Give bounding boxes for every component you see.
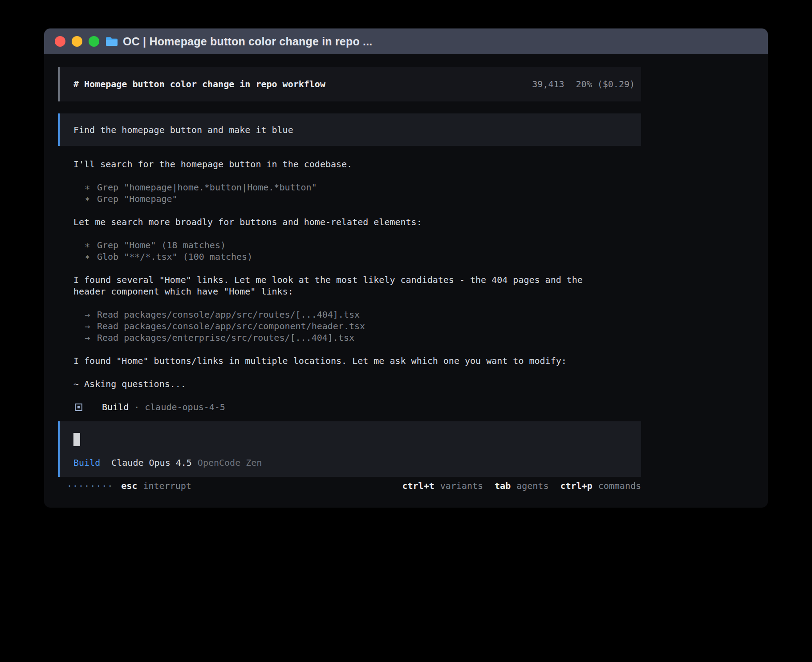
assistant-message: I found "Home" buttons/links in multiple… (73, 355, 603, 367)
esc-key-label: esc (121, 480, 137, 492)
tab-key-label: tab (495, 480, 511, 492)
session-stats: 39,413 20% ($0.29) (532, 78, 635, 90)
ctrl-t-key-label: ctrl+t (402, 480, 434, 492)
session-header: # Homepage button color change in repo w… (58, 67, 641, 101)
asterisk-tool-icon: ∗ (85, 182, 97, 193)
agent-badge: Build · claude-opus-4-5 (73, 401, 641, 413)
tool-call-text: Read packages/enterprise/src/routes/[...… (97, 332, 354, 343)
commands-label: commands (598, 480, 641, 492)
window-title: OC | Homepage button color change in rep… (123, 35, 372, 48)
tool-call-text: Grep "Home" (18 matches) (97, 239, 226, 251)
token-count: 39,413 (532, 78, 564, 90)
close-button[interactable] (55, 36, 65, 47)
prompt-meta: Build Claude Opus 4.5 OpenCode Zen (73, 457, 627, 468)
read-tool-call: → Read packages/console/app/src/routes/[… (73, 309, 641, 320)
terminal-content: # Homepage button color change in repo w… (44, 54, 768, 492)
session-title: # Homepage button color change in repo w… (73, 78, 325, 90)
interrupt-hint: esc interrupt (121, 480, 191, 492)
arrow-right-icon: → (85, 309, 97, 320)
agent-name: Build (102, 401, 129, 413)
agents-hint: tab agents (495, 480, 548, 492)
variants-hint: ctrl+t variants (402, 480, 483, 492)
read-tool-call: → Read packages/console/app/src/componen… (73, 320, 641, 332)
minimize-button[interactable] (72, 36, 82, 47)
tool-call-group: ∗ Grep "homepage|home.*button|Home.*butt… (73, 182, 641, 205)
prompt-model: Claude Opus 4.5 (111, 457, 192, 468)
agents-label: agents (516, 480, 548, 492)
assistant-message: Let me search more broadly for buttons a… (73, 216, 603, 228)
user-message: Find the homepage button and make it blu… (58, 113, 641, 146)
text-cursor (73, 433, 80, 446)
tool-call: ∗ Grep "homepage|home.*button|Home.*butt… (73, 182, 641, 193)
prompt-input[interactable]: Build Claude Opus 4.5 OpenCode Zen (58, 421, 641, 477)
tool-call-text: Glob "**/*.tsx" (100 matches) (97, 251, 252, 262)
asterisk-tool-icon: ∗ (85, 193, 97, 205)
prompt-mode-badge: Build (73, 457, 100, 468)
status-bar: ········ esc interrupt ctrl+t variants t… (58, 480, 641, 492)
commands-hint: ctrl+p commands (560, 480, 641, 492)
read-tool-call: → Read packages/enterprise/src/routes/[.… (73, 332, 641, 343)
tool-call-text: Read packages/console/app/src/component/… (97, 320, 365, 332)
traffic-lights (55, 36, 99, 47)
activity-status: ~ Asking questions... (73, 378, 641, 390)
arrow-right-icon: → (85, 332, 97, 343)
separator-dot: · (134, 401, 139, 413)
arrow-right-icon: → (85, 320, 97, 332)
context-cost: 20% ($0.29) (576, 78, 635, 90)
conversation-log: I'll search for the homepage button in t… (58, 158, 641, 413)
asterisk-tool-icon: ∗ (85, 239, 97, 251)
tool-call-text: Grep "Homepage" (97, 193, 178, 205)
assistant-message: I'll search for the homepage button in t… (73, 158, 603, 170)
tool-call: ∗ Grep "Home" (18 matches) (73, 239, 641, 251)
prompt-provider: OpenCode Zen (198, 457, 262, 468)
agent-model: claude-opus-4-5 (145, 401, 225, 413)
user-message-text: Find the homepage button and make it blu… (73, 124, 293, 136)
tool-call: ∗ Grep "Homepage" (73, 193, 641, 205)
tool-call: ∗ Glob "**/*.tsx" (100 matches) (73, 251, 641, 262)
tool-call-text: Read packages/console/app/src/routes/[..… (97, 309, 360, 320)
assistant-message: I found several "Home" links. Let me loo… (73, 274, 603, 297)
tool-call-group: ∗ Grep "Home" (18 matches) ∗ Glob "**/*.… (73, 239, 641, 262)
asterisk-tool-icon: ∗ (85, 251, 97, 262)
terminal-window: OC | Homepage button color change in rep… (44, 28, 768, 508)
spinner-dots: ········ (67, 480, 113, 492)
variants-label: variants (440, 480, 483, 492)
zoom-button[interactable] (89, 36, 99, 47)
ctrl-p-key-label: ctrl+p (560, 480, 592, 492)
tool-call-text: Grep "homepage|home.*button|Home.*button… (97, 182, 317, 193)
window-titlebar: OC | Homepage button color change in rep… (44, 28, 768, 54)
interrupt-label: interrupt (143, 480, 191, 492)
tool-call-group: → Read packages/console/app/src/routes/[… (73, 309, 641, 343)
square-dot-agent-icon (75, 404, 82, 411)
folder-icon (105, 36, 118, 47)
